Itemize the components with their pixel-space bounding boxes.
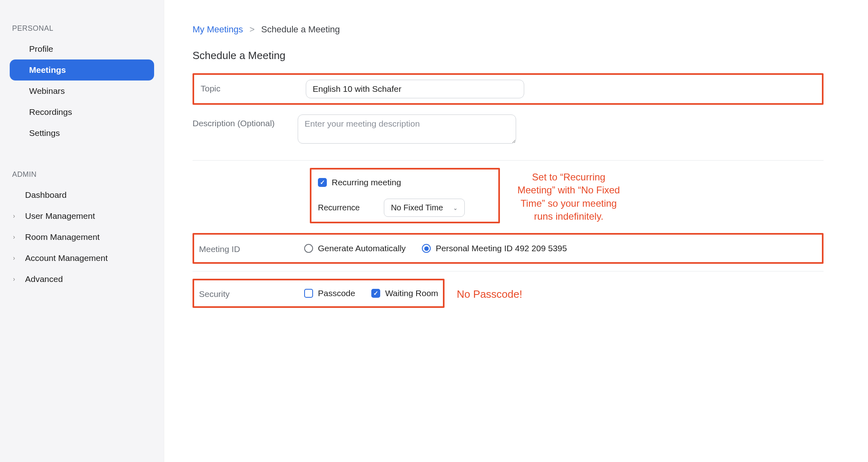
breadcrumb-parent-link[interactable]: My Meetings [193,24,243,34]
sidebar-section-admin: ADMIN [12,170,154,179]
breadcrumb-separator: > [250,24,255,34]
sidebar-item-dashboard[interactable]: Dashboard [10,184,154,206]
annotation-text-no-passcode: No Passcode! [457,287,522,301]
main-content: My Meetings > Schedule a Meeting Schedul… [164,0,852,462]
sidebar-item-account-management[interactable]: › Account Management [10,248,154,269]
sidebar: PERSONAL Profile Meetings Webinars Recor… [0,0,164,462]
label-meeting-id: Meeting ID [199,240,304,254]
breadcrumb-current: Schedule a Meeting [261,24,340,34]
sidebar-item-label: User Management [25,211,95,221]
label-description: Description (Optional) [193,114,298,128]
recurrence-select-value: No Fixed Time [391,203,443,212]
sidebar-section-personal: PERSONAL [12,24,154,33]
checkbox-waiting-room[interactable]: Waiting Room [371,285,438,301]
sidebar-item-user-management[interactable]: › User Management [10,206,154,227]
radio-label: Personal Meeting ID 492 209 5395 [436,244,567,253]
radio-label: Generate Automatically [318,244,406,253]
sidebar-item-webinars[interactable]: Webinars [10,81,154,102]
sidebar-item-label: Settings [29,128,60,138]
sidebar-item-profile[interactable]: Profile [10,38,154,59]
chevron-down-icon: ⌄ [453,205,458,211]
sidebar-item-label: Recordings [29,107,72,117]
chevron-right-icon: › [13,254,19,262]
sidebar-item-meetings[interactable]: Meetings [10,59,154,81]
checkbox-icon [371,289,380,298]
label-topic: Topic [201,80,306,93]
sidebar-item-label: Dashboard [25,190,67,200]
sidebar-item-settings[interactable]: Settings [10,123,154,144]
sidebar-item-label: Profile [29,44,53,54]
radio-icon [304,244,313,253]
annotation-text-recurring: Set to “Recurring Meeting” with “No Fixe… [512,171,625,223]
annotation-box-topic: Topic [193,73,824,105]
sidebar-item-room-management[interactable]: › Room Management [10,227,154,248]
checkbox-passcode[interactable]: Passcode [304,285,355,301]
sidebar-item-recordings[interactable]: Recordings [10,102,154,123]
annotation-box-meeting-id: Meeting ID Generate Automatically Person… [193,233,824,264]
radio-icon [422,244,431,253]
topic-input[interactable] [306,80,524,98]
description-textarea[interactable] [298,114,516,144]
chevron-right-icon: › [13,276,19,283]
recurring-checkbox[interactable] [318,178,327,187]
sidebar-item-label: Room Management [25,232,100,242]
annotation-box-security: Security Passcode Waiting Room [193,279,445,308]
chevron-right-icon: › [13,212,19,220]
checkbox-icon [304,289,313,298]
page-title: Schedule a Meeting [193,49,824,62]
chevron-right-icon: › [13,233,19,241]
label-recurrence: Recurrence [318,203,360,212]
sidebar-item-label: Meetings [29,65,66,75]
sidebar-item-label: Advanced [25,274,63,284]
sidebar-item-advanced[interactable]: › Advanced [10,269,154,290]
recurrence-select[interactable]: No Fixed Time ⌄ [384,199,465,217]
sidebar-item-label: Account Management [25,253,108,263]
radio-personal-id[interactable]: Personal Meeting ID 492 209 5395 [422,240,567,256]
sidebar-item-label: Webinars [29,86,65,96]
checkbox-label: Waiting Room [385,288,438,298]
breadcrumb: My Meetings > Schedule a Meeting [193,24,824,35]
radio-generate-auto[interactable]: Generate Automatically [304,240,406,256]
annotation-box-recurring: Recurring meeting Recurrence No Fixed Ti… [310,168,500,223]
checkbox-label: Passcode [318,288,355,298]
divider [193,271,824,271]
divider [193,160,824,161]
label-security: Security [199,285,304,299]
recurring-checkbox-label: Recurring meeting [332,178,401,187]
